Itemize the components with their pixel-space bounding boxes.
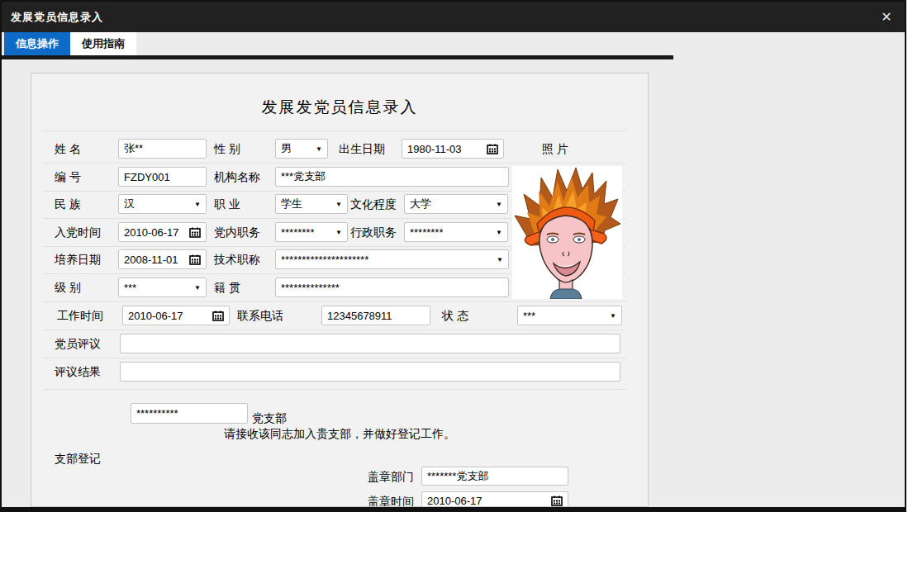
form-panel: 发展发党员信息录入 姓 名 性 别 男 ▼ 出生日期 [31, 73, 649, 507]
branch-suffix-label: 党支部 [252, 408, 287, 428]
photo-avatar [512, 166, 622, 299]
tab-user-guide[interactable]: 使用指南 [70, 32, 136, 55]
birth-date-label: 出生日期 [339, 139, 385, 159]
code-label: 编 号 [55, 167, 81, 187]
tab-strip: 信息操作 使用指南 [2, 32, 905, 55]
review-result-label: 评议结果 [55, 362, 101, 382]
branch-notice-text: 请接收该同志加入贵支部，并做好登记工作。 [31, 427, 648, 442]
training-date-input[interactable]: 2008-11-01 [118, 249, 207, 269]
native-place-label: 籍 贯 [214, 277, 240, 297]
join-date-label: 入党时间 [55, 222, 101, 242]
close-button[interactable]: ✕ [877, 8, 896, 26]
seal-date-input[interactable]: 2010-06-17 [421, 491, 568, 507]
chevron-down-icon: ▼ [335, 201, 342, 208]
party-position-label: 党内职务 [214, 222, 260, 242]
education-select[interactable]: 大学 ▼ [404, 194, 508, 214]
chevron-down-icon: ▼ [194, 201, 201, 208]
photo-label: 照 片 [542, 139, 568, 159]
gender-label: 性 别 [214, 139, 240, 159]
member-review-input[interactable] [120, 334, 620, 353]
party-position-select[interactable]: ******** ▼ [275, 222, 348, 242]
chevron-down-icon: ▼ [316, 145, 322, 153]
education-label: 文化程度 [350, 194, 397, 214]
row-divider [43, 163, 626, 164]
training-date-label: 培养日期 [55, 249, 101, 269]
work-date-input[interactable]: 2010-06-17 [122, 306, 230, 325]
dialog-window: 发展党员信息录入 ✕ 信息操作 使用指南 发展发党员信息录入 [0, 0, 906, 512]
page: 发展党员信息录入 ✕ 信息操作 使用指南 发展发党员信息录入 [0, 0, 908, 588]
form-title: 发展发党员信息录入 [31, 97, 648, 118]
gender-select[interactable]: 男 ▼ [275, 139, 328, 159]
phone-input[interactable] [321, 306, 430, 325]
ethnicity-label: 民 族 [55, 194, 81, 214]
level-select[interactable]: *** ▼ [118, 277, 207, 297]
row-divider [43, 301, 626, 302]
dialog-titlebar: 发展党员信息录入 ✕ [2, 2, 905, 32]
calendar-icon[interactable] [212, 311, 224, 321]
seal-dept-label: 盖章部门 [368, 467, 414, 486]
chevron-down-icon: ▼ [496, 229, 502, 236]
birth-date-input[interactable]: 1980-11-03 [402, 139, 504, 159]
chevron-down-icon: ▼ [610, 312, 616, 320]
tech-title-select[interactable]: ********************* ▼ [275, 249, 509, 269]
chevron-down-icon: ▼ [335, 229, 342, 236]
level-label: 级 别 [55, 277, 81, 297]
code-input[interactable] [118, 167, 207, 187]
admin-position-label: 行政职务 [350, 222, 397, 242]
name-label: 姓 名 [55, 139, 81, 159]
calendar-icon[interactable] [189, 254, 201, 265]
occupation-label: 职 业 [214, 194, 240, 214]
seal-date-label: 盖章时间 [368, 492, 414, 507]
org-name-input[interactable] [275, 167, 509, 187]
member-review-label: 党员评议 [55, 334, 101, 353]
admin-position-select[interactable]: ******** ▼ [404, 222, 508, 242]
org-name-label: 机构名称 [214, 167, 260, 187]
phone-label: 联系电话 [237, 306, 283, 325]
row-divider [43, 130, 626, 131]
calendar-icon[interactable] [487, 144, 498, 154]
row-divider [43, 330, 626, 330]
dialog-content: 发展发党员信息录入 姓 名 性 别 男 ▼ 出生日期 [2, 59, 905, 507]
branch-name-input[interactable] [131, 403, 248, 424]
tech-title-label: 技术职称 [214, 249, 260, 269]
row-divider [43, 358, 626, 358]
row-divider [43, 389, 626, 390]
ethnicity-select[interactable]: 汉 ▼ [118, 194, 207, 214]
branch-register-label: 支部登记 [55, 448, 101, 468]
work-date-label: 工作时间 [57, 306, 103, 325]
seal-dept-input[interactable] [421, 467, 568, 486]
status-label: 状 态 [442, 306, 468, 325]
status-select[interactable]: *** ▼ [517, 306, 622, 325]
occupation-select[interactable]: 学生 ▼ [275, 194, 348, 214]
name-input[interactable] [118, 139, 207, 159]
chevron-down-icon: ▼ [497, 256, 503, 263]
calendar-icon[interactable] [551, 496, 563, 506]
tab-info-operations[interactable]: 信息操作 [4, 32, 70, 55]
native-place-input[interactable] [275, 277, 509, 297]
close-icon: ✕ [881, 10, 891, 24]
join-date-input[interactable]: 2010-06-17 [118, 222, 207, 242]
photo-frame [512, 166, 622, 299]
calendar-icon[interactable] [189, 227, 201, 238]
chevron-down-icon: ▼ [194, 284, 201, 292]
chevron-down-icon: ▼ [496, 201, 502, 208]
dialog-title: 发展党员信息录入 [11, 2, 103, 32]
review-result-input[interactable] [120, 362, 620, 382]
